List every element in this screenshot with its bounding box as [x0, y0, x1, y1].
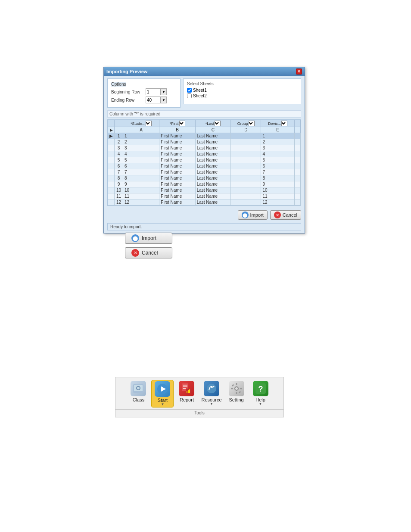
row-a-cell: 2	[123, 139, 159, 145]
row-b-cell: First Name	[159, 151, 195, 157]
row-arrow-cell	[108, 151, 115, 157]
row-scroll-cell	[295, 139, 301, 145]
row-arrow-cell	[108, 175, 115, 181]
row-scroll-cell	[295, 151, 301, 157]
sheet1-label: Sheet1	[193, 88, 207, 93]
row-b-cell: First Name	[159, 187, 195, 193]
row-scroll-cell	[295, 187, 301, 193]
row-c-cell: Last Name	[195, 193, 231, 199]
beginning-row-input[interactable]	[146, 88, 161, 95]
row-e-cell: 6	[261, 163, 295, 169]
row-arrow-cell	[108, 181, 115, 187]
row-e-cell: 2	[261, 139, 295, 145]
row-b-cell: First Name	[159, 133, 195, 139]
data-table-wrapper: *Stude... *First *Last	[107, 119, 301, 206]
row-a-cell: 4	[123, 151, 159, 157]
resource-icon	[204, 381, 219, 396]
svg-rect-8	[183, 386, 187, 387]
row-arrow-cell	[108, 199, 115, 205]
row-d-cell	[231, 175, 261, 181]
row-d-cell	[231, 151, 261, 157]
sheets-box: Select Sheets Sheet1 Sheet2	[183, 78, 301, 104]
toolbar-item-help[interactable]: ? Help ▼	[249, 380, 272, 407]
svg-rect-9	[183, 388, 186, 389]
setting-icon	[229, 381, 244, 396]
col-d-select[interactable]	[249, 121, 255, 126]
close-icon[interactable]: ✕	[296, 68, 302, 75]
class-label: Class	[133, 397, 145, 402]
row-d-cell	[231, 139, 261, 145]
table-row: ▶ 1 1 First Name Last Name 1	[108, 133, 301, 139]
row-e-cell: 8	[261, 175, 295, 181]
row-arrow-cell	[108, 145, 115, 151]
toolbar-item-setting[interactable]: Setting	[225, 380, 248, 403]
toolbar-item-report[interactable]: Report	[175, 380, 198, 403]
row-b-cell: First Name	[159, 169, 195, 175]
report-icon	[179, 381, 194, 396]
col-c-select[interactable]	[215, 121, 221, 126]
row-d-cell	[231, 193, 261, 199]
col-letters-row: ▶ A B C D E	[108, 127, 301, 133]
row-num-cell: 6	[115, 163, 123, 169]
col-header-row-num	[115, 120, 123, 127]
row-scroll-cell	[295, 181, 301, 187]
col-letters-num	[115, 127, 123, 133]
table-body: ▶ 1 1 First Name Last Name 1 2 2 First N…	[108, 133, 301, 205]
start-arrow-icon: ▼	[161, 403, 164, 406]
ending-row-input[interactable]	[146, 96, 161, 103]
footer-link[interactable]: _______________	[186, 501, 225, 506]
table-row: 9 9 First Name Last Name 9	[108, 181, 301, 187]
svg-rect-7	[183, 385, 187, 386]
dialog-titlebar: Importing Preview ✕	[104, 67, 305, 76]
svg-rect-23	[238, 391, 241, 394]
row-num-cell: 2	[115, 139, 123, 145]
table-row: 11 11 First Name Last Name 11	[108, 193, 301, 199]
required-notice: Column with "*" is required	[107, 110, 301, 118]
table-row: 10 10 First Name Last Name 10	[108, 187, 301, 193]
row-num-cell: 3	[115, 145, 123, 151]
row-e-cell: 5	[261, 157, 295, 163]
table-row: 2 2 First Name Last Name 2	[108, 139, 301, 145]
sheet2-checkbox[interactable]	[187, 93, 192, 98]
col-e-select[interactable]	[281, 121, 287, 126]
options-box: Options Beginning Row ▼ Ending Row ▼	[107, 78, 181, 108]
options-label: Options	[111, 82, 126, 87]
toolbar-item-start[interactable]: Start ▼	[151, 380, 174, 408]
row-a-cell: 11	[123, 193, 159, 199]
col-e-label: Devic...	[268, 121, 281, 126]
svg-rect-22	[231, 384, 234, 387]
row-c-cell: Last Name	[195, 139, 231, 145]
table-row: 4 4 First Name Last Name 4	[108, 151, 301, 157]
svg-rect-11	[187, 391, 187, 393]
sheet1-checkbox[interactable]	[187, 88, 192, 93]
standalone-cancel-button[interactable]: ✕ Cancel	[125, 247, 172, 258]
col-header-c: *Last	[195, 120, 231, 127]
svg-point-3	[137, 387, 140, 389]
toolbar-item-resource[interactable]: Resource ▼	[199, 380, 223, 407]
row-c-cell: Last Name	[195, 151, 231, 157]
row-num-cell: 12	[115, 199, 123, 205]
row-a-cell: 3	[123, 145, 159, 151]
row-scroll-cell	[295, 199, 301, 205]
start-icon	[155, 381, 170, 397]
row-b-cell: First Name	[159, 193, 195, 199]
row-e-cell: 11	[261, 193, 295, 199]
row-c-cell: Last Name	[195, 169, 231, 175]
status-bar: Ready to import.	[107, 223, 301, 230]
help-icon: ?	[253, 381, 268, 396]
data-table: *Stude... *First *Last	[108, 120, 301, 205]
standalone-import-button[interactable]: ⬤ Import	[125, 233, 172, 244]
col-a-select[interactable]	[146, 121, 152, 126]
import-button[interactable]: ⬤ Import	[238, 210, 268, 220]
row-b-cell: First Name	[159, 181, 195, 187]
toolbar-item-class[interactable]: Class	[127, 380, 149, 403]
row-scroll-cell	[295, 163, 301, 169]
row-scroll-cell	[295, 145, 301, 151]
ending-row-spinner[interactable]: ▼	[161, 96, 167, 103]
cancel-button[interactable]: ✕ Cancel	[270, 210, 301, 220]
col-b-select[interactable]	[179, 121, 185, 126]
col-letters-d: D	[231, 127, 261, 133]
row-e-cell: 1	[261, 133, 295, 139]
row-c-cell: Last Name	[195, 145, 231, 151]
beginning-row-spinner[interactable]: ▼	[161, 88, 167, 95]
